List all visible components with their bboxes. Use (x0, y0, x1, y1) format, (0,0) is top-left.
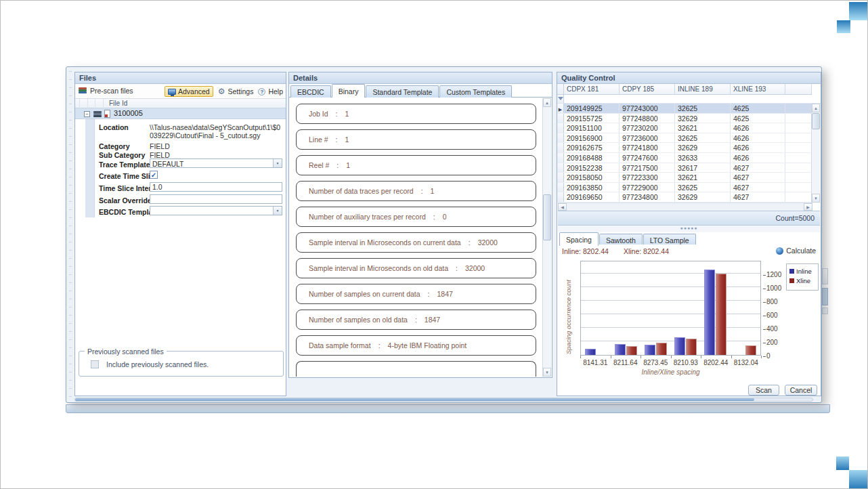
field-colon: : (336, 110, 338, 118)
x-tickmark (761, 356, 762, 358)
xline-bar[interactable] (686, 339, 697, 355)
field-label: Sample interval in Microseconds on old d… (309, 264, 448, 272)
xline-bar[interactable] (626, 346, 637, 355)
cancel-button[interactable]: Cancel (785, 385, 817, 396)
scroll-right-icon[interactable]: ▶ (804, 203, 812, 211)
file-row[interactable]: − 3100005 (75, 108, 286, 119)
table-row[interactable]: 209158050977223300326214627 (557, 173, 812, 183)
table-row[interactable]: 209151100977230200326214626 (557, 123, 812, 133)
tab-custom-templates[interactable]: Custom Templates (439, 85, 512, 98)
include-previously-scanned-checkbox[interactable] (91, 360, 99, 368)
tab-ebcdic[interactable]: EBCDIC (290, 85, 331, 98)
xline-bar[interactable] (716, 274, 726, 355)
scan-button[interactable]: Scan (748, 385, 779, 396)
legend-entry: Inline (789, 268, 815, 275)
help-icon: ? (258, 88, 265, 95)
scalar-override-input[interactable] (150, 194, 282, 204)
binary-field-card: Number of data traces per record:1 (296, 181, 536, 201)
qc-filter-row[interactable] (557, 95, 821, 104)
file-id-column-header[interactable]: File Id (109, 100, 127, 107)
collapse-expander-icon[interactable]: − (84, 111, 90, 117)
cell: 977241800 (620, 143, 675, 152)
chevron-down-icon[interactable]: ▼ (273, 159, 282, 167)
inline-bar[interactable] (645, 345, 655, 355)
cell (785, 173, 812, 182)
cell (785, 133, 812, 143)
prescan-files-button[interactable]: Pre-scan files (79, 87, 133, 95)
table-row[interactable]: 209162675977241800326294626 (557, 143, 812, 153)
time-slice-interval-input[interactable] (150, 182, 282, 192)
calculate-button[interactable]: Calculate (776, 247, 816, 255)
field-colon: : (428, 290, 430, 298)
details-cards-list: Job Id:1Line #:1Reel #:1Number of data t… (290, 104, 542, 356)
tab-spacing[interactable]: Spacing (559, 232, 599, 246)
binary-field-card: Number of auxiliary traces per record:0 (296, 207, 536, 227)
row-header-cell (557, 133, 564, 143)
help-label: Help (268, 87, 283, 95)
cell: 32617 (675, 163, 731, 173)
panel-splitter-handle[interactable]: ●●●●● (558, 226, 820, 232)
table-row[interactable]: 209168488977247600326334626 (557, 153, 812, 163)
details-scrollbar[interactable]: ▲ ▼ (542, 98, 551, 377)
row-header-cell (557, 95, 564, 103)
field-colon: : (456, 264, 458, 272)
table-row[interactable]: 209169650977234800326294627 (557, 192, 812, 203)
scrollbar-thumb[interactable] (75, 398, 754, 401)
scroll-up-icon[interactable]: ▲ (812, 104, 820, 112)
qc-header-row[interactable]: CDPX 181CDPY 185INLINE 189XLINE 193 (557, 84, 812, 95)
files-panel-title: Files (75, 72, 286, 84)
table-row[interactable]: 209163850977229000326254627 (557, 183, 812, 193)
inline-bar[interactable] (585, 349, 596, 355)
cell: 4626 (731, 143, 785, 152)
ebcdic-template-dropdown[interactable]: ▼ (150, 206, 282, 215)
chart-x-axis-title: Inline/Xline spacing (580, 368, 761, 376)
row-header-cell (557, 192, 564, 202)
table-row[interactable]: 209152238977217500326174627 (557, 163, 812, 173)
inline-bar[interactable] (615, 344, 626, 355)
scroll-up-icon[interactable]: ▲ (543, 98, 551, 107)
scrollbar-thumb[interactable] (543, 194, 551, 240)
background-scrollbar-button (822, 268, 828, 284)
selected-row-arrow-icon: ▶ (559, 107, 562, 112)
tab-standard-template[interactable]: Standard Template (366, 85, 439, 98)
trace-template-dropdown[interactable]: DEFAULT ▼ (150, 158, 282, 168)
prescan-files-icon (79, 87, 87, 95)
y-tick-label: 1200 (763, 271, 781, 278)
scrollbar-thumb[interactable] (812, 113, 820, 129)
table-row[interactable]: 209155725977248800326294625 (557, 114, 812, 124)
scroll-down-icon[interactable]: ▼ (543, 368, 551, 377)
legend-label: Xline (796, 277, 810, 284)
field-colon: : (469, 238, 471, 247)
xline-bar[interactable] (745, 345, 756, 355)
tab-binary[interactable]: Binary (332, 84, 366, 98)
chevron-down-icon[interactable]: ▼ (273, 207, 282, 215)
dialog-horizontal-scrollbar[interactable] (74, 398, 813, 402)
cell: 4626 (731, 153, 785, 163)
qc-horizontal-scrollbar[interactable]: ◀ ▶ (558, 203, 812, 211)
cell: 209149925 (564, 104, 620, 113)
scroll-down-icon[interactable]: ▼ (812, 194, 820, 203)
cell: 209151100 (564, 123, 620, 133)
help-button[interactable]: ? Help (258, 87, 283, 95)
cell (785, 104, 812, 113)
create-time-slice-checkbox[interactable]: ✓ (150, 171, 158, 179)
qc-vertical-scrollbar[interactable]: ▲ ▼ (811, 104, 820, 203)
row-header-cell: ▶ (557, 104, 564, 113)
advanced-button[interactable]: Advanced (165, 86, 213, 97)
scroll-left-icon[interactable]: ◀ (558, 203, 567, 211)
qc-filter-row[interactable] (557, 95, 821, 104)
table-row[interactable]: ▶209149925977243000326254625 (557, 104, 812, 114)
y-tick-label: 800 (763, 298, 778, 305)
cell: 209163850 (564, 183, 620, 192)
cell: 209155725 (564, 114, 620, 123)
inline-bar[interactable] (674, 337, 685, 355)
cell: 4626 (731, 123, 785, 133)
cell: 209169650 (564, 192, 620, 202)
xline-bar[interactable] (656, 343, 667, 355)
cell: CDPX 181 (564, 84, 620, 94)
qc-table-body: ▶209149925977243000326254625209155725977… (557, 104, 821, 203)
inline-bar[interactable] (704, 270, 715, 355)
settings-button[interactable]: Settings (218, 87, 254, 95)
table-row[interactable]: 209156900977236000326254626 (557, 133, 812, 144)
field-colon: : (337, 161, 339, 169)
